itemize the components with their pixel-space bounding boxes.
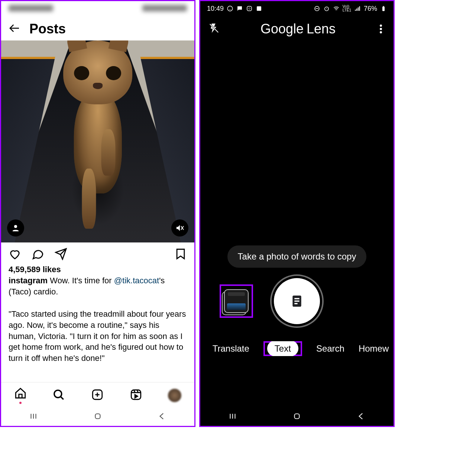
- heart-icon[interactable]: [9, 248, 21, 262]
- capture-row: [200, 278, 394, 324]
- back-icon[interactable]: [157, 411, 167, 423]
- recents-icon[interactable]: [228, 411, 237, 423]
- caption-username[interactable]: instagram: [9, 276, 48, 285]
- battery-icon: [380, 5, 387, 12]
- document-icon: [289, 294, 304, 309]
- recents-icon[interactable]: [29, 411, 38, 423]
- posts-header: Posts: [1, 17, 194, 40]
- mode-search[interactable]: Search: [316, 343, 344, 354]
- profile-avatar[interactable]: [168, 389, 181, 402]
- muted-icon[interactable]: [171, 219, 188, 237]
- svg-rect-20: [257, 6, 261, 11]
- svg-point-1: [14, 225, 17, 228]
- flash-off-icon[interactable]: [208, 23, 220, 35]
- svg-rect-24: [382, 7, 385, 11]
- back-arrow-icon[interactable]: [9, 22, 20, 36]
- home-pill-icon[interactable]: [292, 411, 302, 423]
- dnd-icon: [314, 5, 320, 12]
- lens-top-bar: Google Lens: [200, 16, 394, 37]
- post-caption: instagram Wow. It's time for @tik.tacoca…: [1, 275, 194, 368]
- share-icon[interactable]: [55, 248, 67, 262]
- instagram-screen: Posts: [0, 0, 195, 427]
- home-icon[interactable]: [14, 387, 27, 404]
- status-bar: 10:49 Vo))LTE1 76%: [200, 1, 394, 16]
- android-nav-bar: [200, 408, 394, 426]
- image-notif-icon: [256, 5, 262, 12]
- reels-icon[interactable]: [130, 388, 142, 402]
- volte-indicator: Vo))LTE1: [343, 5, 351, 12]
- signal-icon: [354, 5, 361, 12]
- chat-icon: [236, 5, 243, 12]
- mode-text[interactable]: Text: [267, 341, 298, 356]
- likes-count[interactable]: 4,59,589 likes: [1, 263, 194, 275]
- caption-body: "Taco started using the treadmill about …: [9, 309, 186, 363]
- gallery-thumbnail[interactable]: [220, 284, 253, 318]
- svg-line-5: [61, 397, 64, 399]
- svg-rect-9: [131, 390, 141, 400]
- post-media[interactable]: [1, 40, 194, 242]
- svg-point-19: [249, 8, 250, 10]
- page-title: Posts: [29, 21, 66, 37]
- google-lens-screen: 10:49 Vo))LTE1 76% Google: [199, 0, 395, 427]
- hint-bubble: Take a photo of words to copy: [227, 245, 367, 268]
- instagram-notif-icon: [246, 5, 253, 12]
- battery-percent: 76%: [364, 5, 377, 13]
- svg-rect-25: [383, 6, 384, 7]
- status-time: 10:49: [207, 5, 224, 13]
- svg-point-4: [54, 390, 62, 397]
- mode-translate[interactable]: Translate: [213, 343, 249, 354]
- whatsapp-icon: [227, 5, 233, 12]
- search-icon[interactable]: [52, 388, 65, 402]
- mode-homework[interactable]: Homew: [359, 343, 389, 354]
- svg-rect-16: [95, 414, 100, 419]
- status-bar-blurred: [1, 1, 194, 17]
- shutter-button[interactable]: [274, 278, 320, 324]
- lens-mode-selector[interactable]: Translate Text Search Homew: [200, 341, 394, 356]
- cat-on-treadmill-image: [1, 40, 194, 242]
- svg-rect-35: [294, 414, 299, 419]
- post-action-bar: [1, 242, 194, 263]
- svg-rect-18: [247, 6, 252, 11]
- comment-icon[interactable]: [32, 248, 44, 262]
- google-lens-logo: Google Lens: [260, 21, 336, 37]
- caption-mention[interactable]: @tik.tacocat: [114, 276, 159, 285]
- home-pill-icon[interactable]: [93, 411, 103, 423]
- svg-point-17: [227, 6, 233, 11]
- alarm-icon: [323, 5, 330, 12]
- instagram-bottom-nav: [1, 382, 194, 408]
- bookmark-icon[interactable]: [174, 248, 187, 262]
- mode-text-highlighted: Text: [263, 341, 302, 356]
- person-tag-icon[interactable]: [7, 219, 24, 237]
- wifi-icon: [333, 5, 340, 12]
- more-vert-icon[interactable]: [376, 23, 385, 35]
- back-icon[interactable]: [356, 411, 366, 423]
- add-post-icon[interactable]: [91, 388, 104, 402]
- android-nav-bar: [1, 408, 194, 426]
